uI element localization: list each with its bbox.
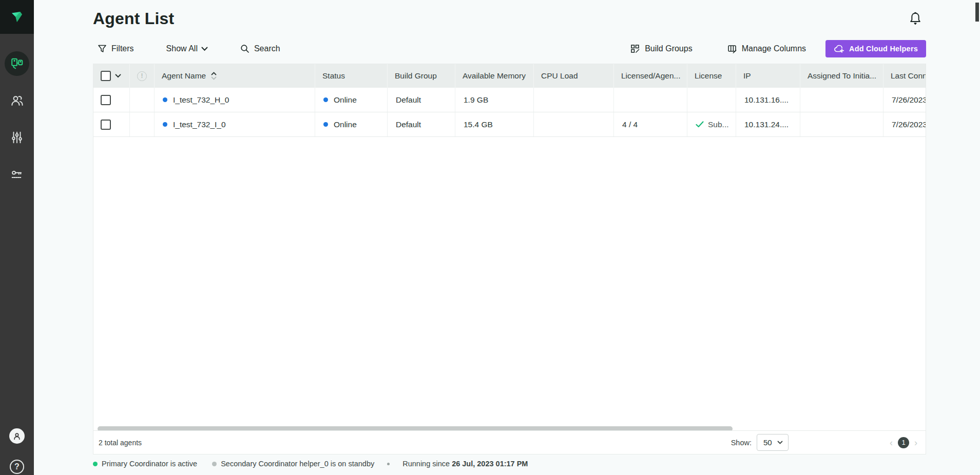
- secondary-status-dot: [212, 462, 217, 466]
- build-group-label: Default: [396, 95, 421, 105]
- last-connected-label: 7/26/2023 0: [892, 95, 926, 105]
- header-alert-cell: !: [130, 64, 155, 88]
- header-agent-name-label: Agent Name: [162, 71, 206, 81]
- build-group-label: Default: [396, 120, 421, 129]
- manage-columns-button[interactable]: Manage Columns: [727, 44, 806, 54]
- agent-name-cell[interactable]: I_test_732_H_0: [155, 88, 315, 112]
- header-available-memory: Available Memory: [455, 64, 534, 88]
- row-checkbox[interactable]: [101, 95, 111, 105]
- show-label: Show:: [731, 439, 752, 447]
- status-cell: Online: [315, 112, 388, 136]
- agent-name-cell[interactable]: I_test_732_I_0: [155, 112, 315, 136]
- select-all-checkbox[interactable]: [101, 71, 111, 81]
- sidebar: ?: [0, 0, 34, 475]
- ip-label: 10.131.16....: [744, 95, 789, 105]
- header-cpu-load-label: CPU Load: [541, 71, 578, 81]
- help-icon: ?: [10, 460, 24, 474]
- table-header-row: ! Agent Name Status Build Group Availabl…: [93, 64, 926, 88]
- filters-label: Filters: [111, 44, 134, 53]
- search-label: Search: [254, 44, 280, 53]
- sidebar-item-users[interactable]: [0, 86, 34, 115]
- show-all-dropdown[interactable]: Show All: [166, 44, 208, 53]
- available-memory-cell: 15.4 GB: [455, 112, 534, 136]
- agents-table: ! Agent Name Status Build Group Availabl…: [93, 64, 926, 454]
- secondary-coordinator-label: Secondary Coordinator helper_0 is on sta…: [221, 460, 374, 468]
- filters-button[interactable]: Filters: [98, 44, 134, 53]
- build-groups-icon: [630, 44, 640, 54]
- users-icon: [10, 94, 24, 108]
- primary-coordinator-label: Primary Coordinator is active: [102, 460, 197, 468]
- manage-columns-icon: [727, 44, 737, 54]
- search-icon: [240, 44, 249, 53]
- row-alert-cell: [130, 112, 155, 136]
- coordinator-status-bar: Primary Coordinator is active Secondary …: [93, 460, 528, 468]
- license-label: Sub...: [708, 120, 729, 129]
- add-cloud-helpers-button[interactable]: Add Cloud Helpers: [825, 40, 926, 57]
- prev-page-button[interactable]: ‹: [890, 438, 893, 447]
- header-assigned-label: Assigned To Initia...: [808, 71, 876, 81]
- sliders-icon: [10, 131, 24, 144]
- page-title: Agent List: [93, 9, 174, 28]
- sidebar-item-profile[interactable]: [0, 422, 34, 450]
- online-dot: [323, 122, 328, 127]
- page-size-group: Show: 50: [731, 434, 789, 451]
- incredibuild-logo-icon: [9, 9, 25, 25]
- header-build-group: Build Group: [388, 64, 455, 88]
- header-licensed-label: Licensed/Agen...: [621, 71, 680, 81]
- assigned-cell: [800, 88, 883, 112]
- row-checkbox[interactable]: [101, 120, 111, 130]
- running-since-time: 26 Jul, 2023 01:17 PM: [452, 460, 528, 468]
- assigned-cell: [800, 112, 883, 136]
- next-page-button[interactable]: ›: [914, 438, 917, 447]
- header-status-label: Status: [322, 71, 345, 81]
- total-agents-label: 2 total agents: [99, 439, 142, 447]
- chevron-down-icon: [777, 441, 783, 444]
- select-menu-chevron-icon[interactable]: [115, 74, 121, 78]
- active-item-highlight: [5, 51, 29, 76]
- header-licensed: Licensed/Agen...: [614, 64, 687, 88]
- header-agent-name[interactable]: Agent Name: [155, 64, 315, 88]
- license-cell: [687, 88, 736, 112]
- agents-icon: [10, 57, 24, 70]
- table-row[interactable]: I_test_732_I_0 Online Default 15.4 GB 4 …: [93, 112, 926, 137]
- ip-cell: 10.131.24....: [736, 112, 800, 136]
- last-connected-cell: 7/26/2023 0: [883, 88, 926, 112]
- filter-funnel-icon: [98, 44, 107, 53]
- sidebar-item-agents[interactable]: [0, 49, 34, 78]
- avatar: [9, 428, 25, 444]
- table-footer: 2 total agents Show: 50 ‹ 1 ›: [93, 430, 926, 454]
- licensed-cell: 4 / 4: [614, 112, 687, 136]
- agent-name-label: I_test_732_I_0: [173, 120, 226, 129]
- pagination: ‹ 1 ›: [890, 437, 917, 448]
- toolbar-right-group: Build Groups Manage Columns Add Cloud He…: [630, 40, 926, 57]
- licensed-label: 4 / 4: [622, 120, 638, 129]
- header-license: License: [687, 64, 736, 88]
- add-cloud-helpers-label: Add Cloud Helpers: [849, 45, 918, 53]
- table-row[interactable]: I_test_732_H_0 Online Default 1.9 GB 10.…: [93, 88, 926, 112]
- page-size-select[interactable]: 50: [757, 434, 789, 451]
- ip-cell: 10.131.16....: [736, 88, 800, 112]
- sidebar-item-license[interactable]: [0, 160, 34, 189]
- app-logo[interactable]: [0, 0, 34, 34]
- sidebar-item-help[interactable]: ?: [0, 452, 34, 475]
- last-connected-label: 7/26/2023 0: [892, 120, 926, 129]
- window-scrollbar-fragment[interactable]: [975, 3, 979, 22]
- sidebar-item-settings[interactable]: [0, 123, 34, 152]
- header-ip-label: IP: [743, 71, 751, 81]
- online-dot: [323, 97, 328, 102]
- current-page-button[interactable]: 1: [898, 437, 909, 448]
- build-group-cell: Default: [388, 112, 455, 136]
- status-cell: Online: [315, 88, 388, 112]
- sort-icon[interactable]: [211, 72, 217, 80]
- cpu-load-cell: [534, 88, 614, 112]
- header-available-memory-label: Available Memory: [463, 71, 526, 81]
- row-select-cell: [93, 112, 130, 136]
- notification-bell-button[interactable]: [909, 11, 922, 26]
- license-check-icon: [696, 121, 704, 128]
- available-memory-label: 1.9 GB: [464, 95, 488, 105]
- header-last-connected: Last Connec: [883, 64, 926, 88]
- build-groups-button[interactable]: Build Groups: [630, 44, 693, 54]
- row-select-cell: [93, 88, 130, 112]
- search-button[interactable]: Search: [240, 44, 280, 53]
- header-assigned: Assigned To Initia...: [800, 64, 883, 88]
